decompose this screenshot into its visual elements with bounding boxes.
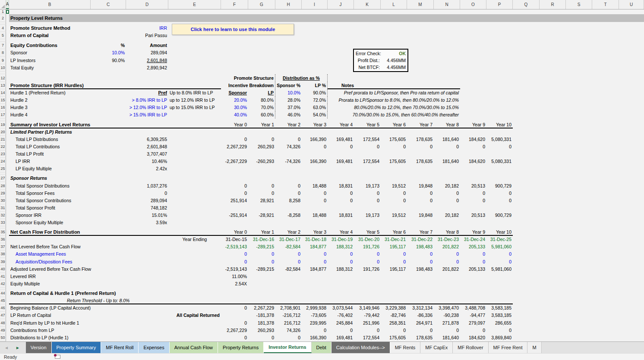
cell-F41[interactable]: 11.00% xyxy=(221,273,248,280)
cell-L38[interactable]: 0 xyxy=(381,250,407,258)
cell-K32[interactable]: 19,173 xyxy=(354,212,381,219)
cell-G32[interactable]: -28,921 xyxy=(248,212,275,219)
cell-N37[interactable]: 201,822 xyxy=(434,243,460,250)
cell-D9[interactable]: 2,601,848 xyxy=(126,56,168,64)
cell-D22[interactable]: 2,601,848 xyxy=(126,143,168,150)
sheet-tab-property-summary[interactable]: Property Summary xyxy=(52,342,101,353)
cell-O22[interactable]: 0 xyxy=(460,143,486,150)
row-header-7[interactable]: 7 xyxy=(0,42,6,49)
cell-F48[interactable]: 0 xyxy=(221,319,248,327)
cell-H12[interactable]: Distribution as % xyxy=(275,74,328,82)
col-header-I[interactable]: I xyxy=(302,0,328,9)
cell-M24[interactable]: 178,635 xyxy=(407,158,434,165)
col-header-F[interactable]: F xyxy=(221,0,248,9)
cell-D25[interactable]: 2.42x xyxy=(126,165,168,172)
cell-B40[interactable]: Adjusted Levered Before Tax Cash Flow xyxy=(9,266,91,273)
cell-M50[interactable]: 178,635 xyxy=(407,334,434,341)
cell-J47[interactable]: -76,402 xyxy=(328,312,354,319)
cell-I16[interactable]: 63.0% xyxy=(302,104,328,111)
sheet-tab-property-returns[interactable]: Property Returns xyxy=(218,342,264,353)
cell-P32[interactable]: 900,729 xyxy=(486,212,513,219)
row-header-45[interactable]: 45 xyxy=(0,297,6,304)
cell-P30[interactable]: 0 xyxy=(486,197,513,204)
cell-B50[interactable]: Distributions to LP (Hurdle 1) xyxy=(9,334,91,341)
cell-G37[interactable]: -289,215 xyxy=(248,243,275,250)
cell-G46[interactable]: 2,267,229 xyxy=(248,304,275,312)
col-header-K[interactable]: K xyxy=(354,0,381,9)
cell-O36[interactable]: 31-Dec-24 xyxy=(460,236,486,243)
cell-N38[interactable]: 0 xyxy=(434,250,460,258)
cell-E47[interactable]: All Capital Returned xyxy=(168,312,221,319)
cell-B41[interactable]: Levered IRR xyxy=(9,273,91,280)
cell-H40[interactable]: -82,584 xyxy=(275,266,302,273)
active-cell-selection[interactable] xyxy=(6,10,9,14)
sheet-tab-mf-capex[interactable]: MF CapEx xyxy=(420,342,453,353)
cell-B20[interactable]: Limited Partner (LP) Returns xyxy=(9,128,91,136)
cell-B27[interactable]: Sponsor Returns xyxy=(9,175,91,182)
cell-D15[interactable]: > 8.0% IRR to LP xyxy=(126,97,168,104)
cell-K21[interactable]: 172,554 xyxy=(354,136,381,143)
sheet-tab-calculation-modules[interactable]: Calculation Modules--> xyxy=(331,342,390,353)
row-header-16[interactable]: 16 xyxy=(0,104,6,111)
cell-N24[interactable]: 181,640 xyxy=(434,158,460,165)
cell-J46[interactable]: 3,073,544 xyxy=(328,304,354,312)
cell-O40[interactable]: 205,133 xyxy=(460,266,486,273)
cell-C7[interactable]: % xyxy=(91,42,126,49)
row-header-27[interactable]: 27 xyxy=(0,175,6,182)
row-header-49[interactable]: 49 xyxy=(0,327,6,334)
cell-L46[interactable]: 3,229,388 xyxy=(381,304,407,312)
row-header-30[interactable]: 30 xyxy=(0,197,6,204)
cell-G28[interactable]: 0 xyxy=(248,182,275,190)
cell-I17[interactable]: 54.0% xyxy=(302,111,328,119)
cell-J36[interactable]: 31-Dec-19 xyxy=(328,236,354,243)
cell-N47[interactable]: -90,238 xyxy=(434,312,460,319)
cell-M21[interactable]: 178,635 xyxy=(407,136,434,143)
cell-J40[interactable]: 188,312 xyxy=(328,266,354,273)
cell-N48[interactable]: 271,878 xyxy=(434,319,460,327)
cell-G47[interactable]: -181,378 xyxy=(248,312,275,319)
row-header-47[interactable]: 47 xyxy=(0,312,6,319)
cell-J22[interactable]: 0 xyxy=(328,143,354,150)
cell-N40[interactable]: 201,822 xyxy=(434,266,460,273)
cell-B9[interactable]: LP Investors xyxy=(9,56,91,64)
cell-P36[interactable]: 31-Dec-25 xyxy=(486,236,513,243)
row-header-9[interactable]: 9 xyxy=(0,56,6,64)
cell-M48[interactable]: 264,971 xyxy=(407,319,434,327)
cell-P28[interactable]: 900,729 xyxy=(486,182,513,190)
row-header-41[interactable]: 41 xyxy=(0,273,6,280)
cell-N30[interactable]: 0 xyxy=(434,197,460,204)
cell-H17[interactable]: 46.0% xyxy=(275,111,302,119)
col-header-L[interactable]: L xyxy=(381,0,407,9)
col-header-P[interactable]: P xyxy=(486,0,513,9)
cell-B28[interactable]: Total Sponsor Distributions xyxy=(9,182,91,190)
cell-D33[interactable]: 3.59x xyxy=(126,219,168,226)
cell-O29[interactable]: 0 xyxy=(460,190,486,197)
cell-I47[interactable]: -73,605 xyxy=(302,312,328,319)
cell-G17[interactable]: 60.0% xyxy=(248,111,275,119)
cell-I39[interactable]: 0 xyxy=(302,258,328,266)
row-header-23[interactable]: 23 xyxy=(0,150,6,158)
cell-B4[interactable]: Promote Structure Method xyxy=(9,25,91,32)
cell-M38[interactable]: 0 xyxy=(407,250,434,258)
row-header-25[interactable]: 25 xyxy=(0,165,6,172)
cell-D4[interactable]: IRR xyxy=(126,25,168,32)
cell-P37[interactable]: 5,981,060 xyxy=(486,243,513,250)
cell-G48[interactable]: 181,378 xyxy=(248,319,275,327)
cell-I13[interactable]: LP % xyxy=(302,82,328,89)
cell-P21[interactable]: 5,080,331 xyxy=(486,136,513,143)
cell-M28[interactable]: 19,848 xyxy=(407,182,434,190)
cell-D8[interactable]: 289,094 xyxy=(126,49,168,56)
cell-H37[interactable]: -82,584 xyxy=(275,243,302,250)
cell-L32[interactable]: 19,512 xyxy=(381,212,407,219)
cell-K37[interactable]: 191,726 xyxy=(354,243,381,250)
cell-L30[interactable]: 0 xyxy=(381,197,407,204)
cell-I46[interactable]: 2,999,938 xyxy=(302,304,328,312)
row-header-1[interactable]: 1 xyxy=(0,9,6,14)
cell-L39[interactable]: 0 xyxy=(381,258,407,266)
cell-F16[interactable]: 30.0% xyxy=(221,104,248,111)
cell-E16[interactable]: up to 15.0% IRR to LP xyxy=(168,104,221,111)
cell-P50[interactable]: 3,869,840 xyxy=(486,334,513,341)
cell-K50[interactable]: 172,554 xyxy=(354,334,381,341)
row-header-48[interactable]: 48 xyxy=(0,319,6,327)
cell-G14[interactable]: LP xyxy=(248,89,275,97)
